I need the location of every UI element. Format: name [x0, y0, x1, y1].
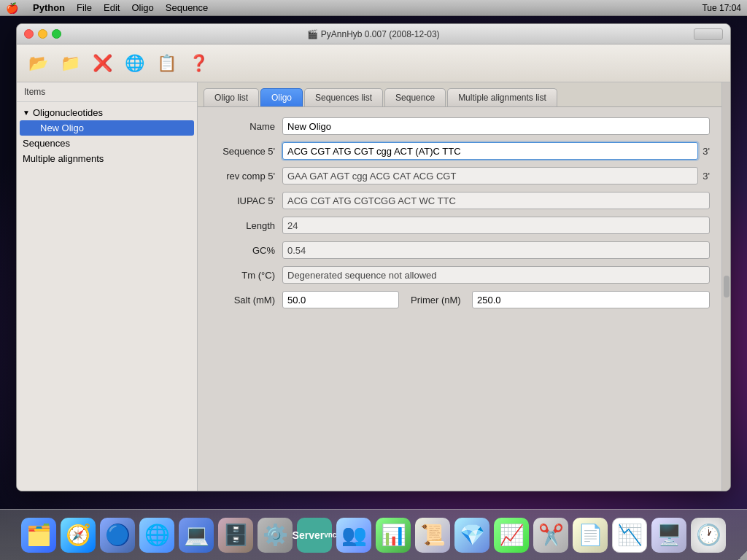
- sidebar-item-label: Oligonucleotides: [33, 107, 103, 118]
- menu-oligo[interactable]: Oligo: [131, 2, 153, 13]
- dock-network[interactable]: 🔵: [100, 518, 135, 553]
- length-row: Length: [209, 217, 710, 234]
- menu-file[interactable]: File: [77, 2, 92, 13]
- primer-input[interactable]: [472, 291, 710, 308]
- toolbar-web-btn[interactable]: 🌐: [120, 50, 148, 77]
- gc-row: GC%: [209, 241, 710, 259]
- sidebar-tree: ▼ Oligonucleotides New Oligo Sequences M…: [17, 102, 197, 169]
- menu-edit[interactable]: Edit: [104, 2, 120, 13]
- sidebar-item-multiple-alignments[interactable]: Multiple alignments: [17, 151, 197, 166]
- salt-primer-row: Salt (mM) Primer (nM): [209, 291, 710, 308]
- dock-server[interactable]: Servervnc: [297, 518, 332, 553]
- sequence-row: Sequence 5' 3': [209, 142, 710, 160]
- dock-system[interactable]: 💻: [179, 518, 214, 553]
- toolbar-delete-btn[interactable]: ❌: [88, 50, 116, 77]
- close-button[interactable]: [24, 29, 34, 39]
- dock-clock[interactable]: 🕐: [691, 518, 726, 553]
- menu-right: Tue 17:04: [702, 3, 741, 13]
- sequence-suffix: 3': [703, 146, 710, 157]
- dock-scissors[interactable]: ✂️: [533, 518, 568, 553]
- gc-input: [282, 241, 710, 259]
- toolbar-help-btn[interactable]: ❓: [185, 50, 212, 77]
- toolbar-folder-btn[interactable]: 📁: [56, 50, 84, 77]
- length-label: Length: [209, 220, 282, 231]
- revcomp-suffix: 3': [703, 171, 710, 182]
- dock-crystal[interactable]: 💎: [454, 518, 489, 553]
- maximize-button[interactable]: [52, 29, 61, 39]
- dock-safari[interactable]: 🧭: [61, 518, 96, 553]
- menu-sequence[interactable]: Sequence: [166, 2, 209, 13]
- length-input: [282, 217, 710, 234]
- tab-bar: Oligo list Oligo Sequences list Sequence…: [198, 82, 721, 107]
- name-row: Name: [209, 117, 710, 135]
- minimize-button[interactable]: [38, 29, 47, 39]
- tree-arrow-icon: ▼: [23, 109, 30, 117]
- sidebar-header: Items: [17, 82, 197, 102]
- tab-multiple-alignments-list[interactable]: Multiple alignments list: [447, 88, 557, 106]
- toolbar: 📂 📁 ❌ 🌐 📋 ❓: [17, 44, 730, 82]
- dock-document[interactable]: 📄: [573, 518, 608, 553]
- dock: 🗂️ 🧭 🔵 🌐 💻 🗄️ ⚙️ Servervnc 👥 📊 📜 💎 📈 ✂️ …: [0, 509, 747, 560]
- form-area: Name Sequence 5' 3' rev comp 5': [198, 107, 721, 491]
- dock-settings[interactable]: ⚙️: [258, 518, 293, 553]
- tab-oligo-list[interactable]: Oligo list: [204, 88, 259, 106]
- sidebar-item-oligonucleotides[interactable]: ▼ Oligonucleotides: [17, 105, 197, 120]
- name-input[interactable]: [282, 117, 710, 135]
- right-panel: Oligo list Oligo Sequences list Sequence…: [198, 82, 721, 491]
- scrollbar[interactable]: [721, 82, 730, 491]
- dock-monitor[interactable]: 📈: [494, 518, 529, 553]
- dock-script[interactable]: 📜: [415, 518, 450, 553]
- clock: Tue 17:04: [702, 3, 741, 13]
- dock-globe[interactable]: 🌐: [139, 518, 174, 553]
- sidebar-item-sequences[interactable]: Sequences: [17, 136, 197, 151]
- sidebar-item-new-oligo[interactable]: New Oligo: [20, 120, 194, 136]
- revcomp-input: [282, 167, 698, 184]
- apple-menu[interactable]: 🍎: [6, 2, 18, 14]
- tm-row: Tm (°C): [209, 266, 710, 284]
- dock-people[interactable]: 👥: [336, 518, 371, 553]
- menu-python[interactable]: Python: [33, 2, 65, 13]
- main-content: Items ▼ Oligonucleotides New Oligo Seque…: [17, 82, 730, 491]
- desktop: 🎬 PyAnnHyb 0.007 (2008-12-03) 📂 📁 ❌ 🌐 📋 …: [0, 16, 747, 560]
- dock-grapher[interactable]: 📊: [376, 518, 411, 553]
- tm-input: [282, 266, 710, 284]
- revcomp-label: rev comp 5': [209, 171, 282, 182]
- revcomp-input-group: 3': [282, 167, 710, 184]
- sidebar-item-label: Multiple alignments: [23, 153, 104, 164]
- app-window: 🎬 PyAnnHyb 0.007 (2008-12-03) 📂 📁 ❌ 🌐 📋 …: [16, 23, 731, 491]
- tab-oligo[interactable]: Oligo: [260, 88, 303, 106]
- menu-bar: 🍎 Python File Edit Oligo Sequence Tue 17…: [0, 0, 747, 16]
- iupac-label: IUPAC 5': [209, 195, 282, 206]
- iupac-input: [282, 192, 710, 209]
- sidebar-item-label: New Oligo: [40, 122, 84, 133]
- salt-input[interactable]: [282, 291, 399, 308]
- revcomp-row: rev comp 5' 3': [209, 167, 710, 184]
- sidebar: Items ▼ Oligonucleotides New Oligo Seque…: [17, 82, 198, 491]
- tm-label: Tm (°C): [209, 270, 282, 281]
- toolbar-open-btn[interactable]: 📂: [24, 50, 52, 77]
- scroll-thumb[interactable]: [724, 276, 729, 298]
- title-bar: 🎬 PyAnnHyb 0.007 (2008-12-03): [17, 24, 730, 44]
- sequence-label: Sequence 5': [209, 146, 282, 157]
- primer-label: Primer (nM): [399, 295, 472, 306]
- gc-label: GC%: [209, 245, 282, 256]
- tab-sequence[interactable]: Sequence: [384, 88, 446, 106]
- sequence-input-group: 3': [282, 142, 710, 160]
- window-title: 🎬 PyAnnHyb 0.007 (2008-12-03): [307, 29, 439, 39]
- dock-apps[interactable]: 🖥️: [651, 518, 686, 553]
- tab-sequences-list[interactable]: Sequences list: [304, 88, 383, 106]
- window-resize-btn[interactable]: [694, 28, 723, 40]
- sidebar-item-label: Sequences: [23, 138, 70, 149]
- traffic-lights: [24, 29, 61, 39]
- salt-label: Salt (mM): [209, 295, 282, 306]
- sequence-input[interactable]: [282, 142, 698, 160]
- iupac-row: IUPAC 5': [209, 192, 710, 209]
- name-label: Name: [209, 121, 282, 132]
- dock-activity[interactable]: 📉: [612, 518, 647, 553]
- dock-database[interactable]: 🗄️: [218, 518, 253, 553]
- dock-finder[interactable]: 🗂️: [21, 518, 56, 553]
- toolbar-list-btn[interactable]: 📋: [152, 50, 180, 77]
